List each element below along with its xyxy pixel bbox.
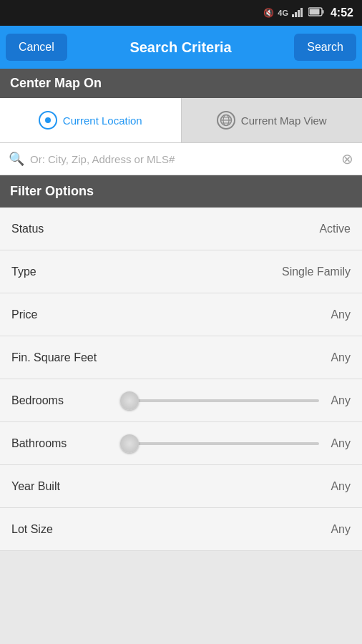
svg-rect-5 [322, 10, 323, 14]
filter-row-bedrooms[interactable]: Bedrooms Any [0, 379, 362, 422]
nav-bar: Cancel Search Criteria Search [0, 26, 362, 69]
filter-row-status[interactable]: Status Active [0, 208, 362, 250]
filter-row-bathrooms[interactable]: Bathrooms Any [0, 422, 362, 465]
status-time: 4:52 [331, 6, 353, 19]
signal-icon [292, 7, 305, 19]
search-magnifier-icon: 🔍 [9, 151, 24, 167]
bathrooms-value: Any [328, 437, 351, 450]
filter-row-type[interactable]: Type Single Family [0, 250, 362, 293]
status-bar: 🔇 4G 4:52 [0, 0, 362, 26]
search-button[interactable]: Search [294, 34, 356, 61]
price-value: Any [331, 308, 351, 321]
status-icons: 🔇 4G 4:52 [263, 6, 353, 19]
city-zip-search-input[interactable] [30, 153, 336, 165]
center-map-title: Center Map On [10, 76, 102, 90]
tab-current-location[interactable]: Current Location [0, 98, 182, 142]
status-label: Status [11, 223, 44, 235]
fin-square-feet-value: Any [331, 351, 351, 364]
mute-icon: 🔇 [263, 8, 274, 18]
battery-icon [308, 7, 324, 19]
network-icon: 4G [278, 9, 288, 17]
bedrooms-slider-track[interactable] [120, 399, 319, 402]
bedrooms-slider-thumb[interactable] [120, 391, 139, 410]
search-area: 🔍 ⊗ [0, 143, 362, 175]
filter-row-fin-square-feet[interactable]: Fin. Square Feet Any [0, 336, 362, 379]
bedrooms-label: Bedrooms [11, 394, 112, 407]
tab-container: Current Location Current Map View [0, 98, 362, 143]
center-map-section-header: Center Map On [0, 69, 362, 98]
lot-size-value: Any [331, 523, 351, 536]
globe-icon [217, 111, 235, 130]
fin-square-feet-label: Fin. Square Feet [11, 351, 97, 364]
filter-row-year-built[interactable]: Year Built Any [0, 465, 362, 508]
tab-current-map-view-label: Current Map View [241, 114, 327, 127]
bathrooms-slider-thumb[interactable] [120, 434, 139, 453]
page-title: Search Criteria [67, 39, 294, 56]
svg-rect-2 [298, 10, 300, 17]
bedrooms-value: Any [328, 394, 351, 407]
tab-current-map-view[interactable]: Current Map View [182, 98, 363, 142]
filter-options-header: Filter Options [0, 175, 362, 208]
bathrooms-slider-track[interactable] [120, 442, 319, 445]
filter-row-lot-size[interactable]: Lot Size Any [0, 508, 362, 551]
year-built-label: Year Built [11, 480, 60, 493]
clear-search-icon[interactable]: ⊗ [341, 150, 353, 167]
svg-rect-6 [309, 9, 319, 15]
svg-rect-0 [292, 14, 294, 17]
bathrooms-label: Bathrooms [11, 437, 112, 450]
filter-row-price[interactable]: Price Any [0, 293, 362, 336]
tab-current-location-label: Current Location [63, 114, 142, 127]
lot-size-label: Lot Size [11, 523, 53, 536]
filter-options-title: Filter Options [10, 184, 94, 198]
location-icon [39, 111, 57, 130]
type-value: Single Family [282, 265, 351, 278]
cancel-button[interactable]: Cancel [6, 34, 67, 61]
svg-rect-1 [295, 12, 297, 17]
svg-rect-3 [300, 8, 303, 17]
status-value: Active [319, 223, 351, 235]
year-built-value: Any [331, 480, 351, 493]
type-label: Type [11, 265, 36, 278]
price-label: Price [11, 308, 37, 321]
